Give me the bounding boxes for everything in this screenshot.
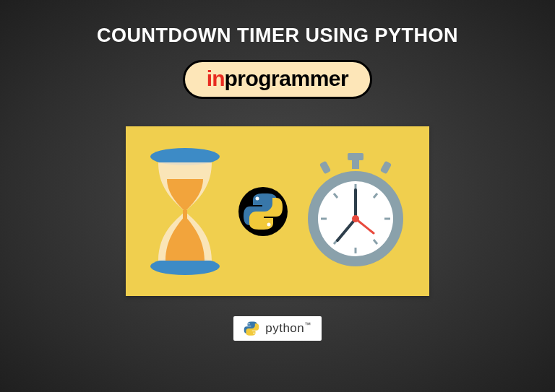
hourglass-icon <box>145 147 225 276</box>
python-small-icon <box>244 321 259 336</box>
svg-point-4 <box>256 196 259 200</box>
brand-suffix: programmer <box>224 66 348 91</box>
brand-prefix: in <box>207 66 225 91</box>
page-title: COUNTDOWN TIMER USING PYTHON <box>97 25 458 47</box>
svg-rect-8 <box>319 160 331 174</box>
svg-point-5 <box>267 222 271 226</box>
svg-point-24 <box>249 323 250 325</box>
python-logo-icon <box>238 186 288 237</box>
svg-point-23 <box>352 215 359 222</box>
stopwatch-icon <box>301 150 410 273</box>
footer-badge: python™ <box>233 316 322 341</box>
svg-rect-9 <box>380 160 392 174</box>
illustration-card <box>126 126 429 296</box>
footer-label: python™ <box>265 321 311 336</box>
svg-point-25 <box>254 333 255 334</box>
svg-rect-2 <box>183 210 187 225</box>
svg-rect-7 <box>352 159 359 169</box>
branding-pill: in programmer <box>183 60 372 99</box>
